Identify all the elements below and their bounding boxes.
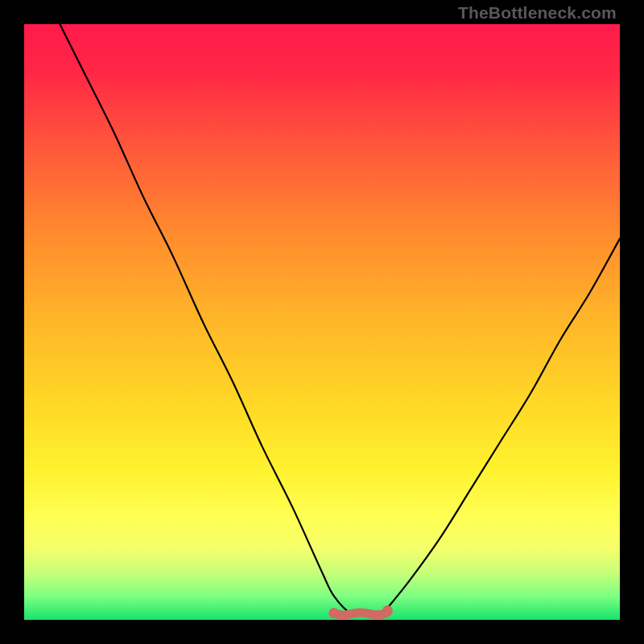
flat-region-marker bbox=[334, 613, 388, 615]
chart-frame: TheBottleneck.com bbox=[0, 0, 644, 644]
bottleneck-curve bbox=[60, 24, 620, 615]
flat-region-dot-left bbox=[328, 608, 339, 618]
watermark-text: TheBottleneck.com bbox=[458, 3, 617, 23]
plot-area bbox=[24, 24, 620, 620]
curve-layer bbox=[24, 24, 620, 620]
flat-region-dot-right bbox=[382, 605, 393, 616]
